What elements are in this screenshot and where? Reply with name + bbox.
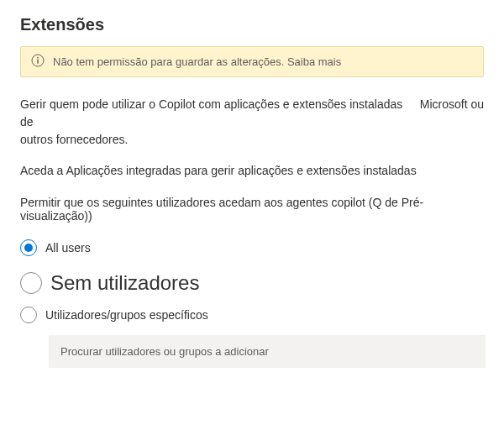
description-line1-left: Gerir quem pode utilizar o Copilot com a… [20,96,420,131]
radio-label-no-users: Sem utilizadores [50,271,199,295]
search-users-input[interactable] [49,335,486,368]
radio-label-specific-users: Utilizadores/grupos específicos [45,308,208,322]
description-block: Gerir quem pode utilizar o Copilot com a… [20,96,484,149]
radio-label-all-users: All users [45,241,91,254]
user-access-radio-group: All users Sem utilizadores Utilizadores/… [20,239,484,368]
svg-rect-2 [37,60,38,64]
alert-text: Não tem permissão para guardar as altera… [53,55,341,68]
radio-specific-users[interactable]: Utilizadores/grupos específicos [20,307,484,323]
permission-alert: Não tem permissão para guardar as altera… [20,46,484,77]
description-line2: outros fornecedores. [20,131,484,149]
page-title: Extensões [20,15,484,34]
radio-icon [20,307,37,323]
permission-section-label: Permitir que os seguintes utilizadores a… [20,196,484,223]
integrated-apps-text[interactable]: Aceda a Aplicações integradas para gerir… [20,164,484,177]
info-icon [31,54,45,70]
radio-icon [20,272,42,294]
radio-icon [20,239,37,256]
radio-no-users[interactable]: Sem utilizadores [20,271,484,295]
svg-point-1 [37,57,39,59]
radio-all-users[interactable]: All users [20,239,484,256]
description-line1-right: Microsoft ou [420,96,484,113]
